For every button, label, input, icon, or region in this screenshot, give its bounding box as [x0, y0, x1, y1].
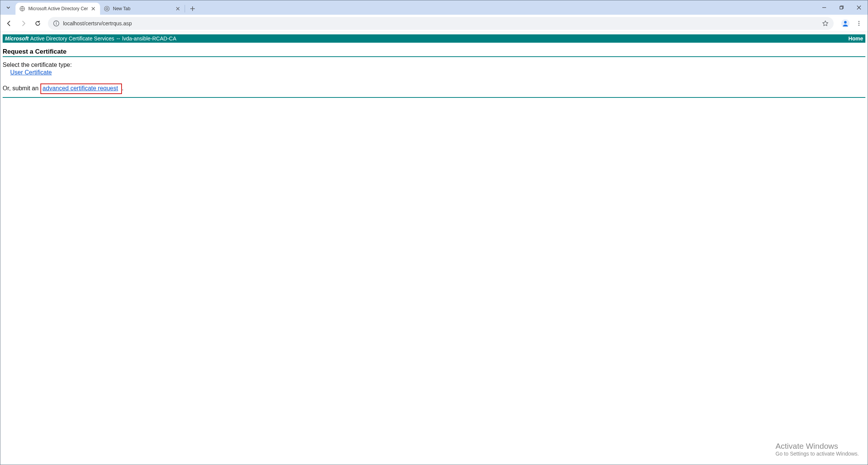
home-link[interactable]: Home: [848, 36, 863, 42]
windows-activation-watermark: Activate Windows Go to Settings to activ…: [775, 442, 859, 457]
nav-reload-button[interactable]: [31, 17, 44, 30]
highlight-box: advanced certificate request: [40, 83, 122, 94]
service-label: Active Directory Certificate Services: [30, 36, 114, 42]
page-heading: Request a Certificate: [3, 48, 865, 56]
advanced-request-link[interactable]: advanced certificate request: [43, 85, 118, 91]
tab-title: New Tab: [113, 6, 173, 11]
window-close-button[interactable]: [850, 0, 868, 15]
heading-rule: [3, 56, 865, 57]
svg-rect-6: [56, 23, 56, 25]
browser-tabstrip: Microsoft Active Directory Certi New Tab: [0, 0, 868, 15]
address-bar[interactable]: localhost/certsrv/certrqus.asp: [48, 17, 834, 30]
nav-back-button[interactable]: [3, 17, 15, 30]
nav-forward-button[interactable]: [17, 17, 30, 30]
or-submit-line: Or, submit an advanced certificate reque…: [3, 83, 865, 94]
profile-avatar-button[interactable]: [840, 18, 851, 29]
svg-point-5: [56, 22, 57, 22]
browser-toolbar: localhost/certsrv/certrqus.asp: [0, 15, 868, 32]
tab-inactive[interactable]: New Tab: [100, 3, 185, 15]
or-prefix-text: Or, submit an: [3, 85, 40, 91]
svg-point-1: [105, 6, 109, 11]
brand-label: Microsoft: [5, 36, 29, 42]
tab-close-button[interactable]: [175, 6, 181, 12]
tab-close-button[interactable]: [90, 6, 96, 12]
tab-title: Microsoft Active Directory Certi: [28, 6, 88, 11]
svg-point-11: [859, 25, 860, 26]
watermark-line1: Activate Windows: [775, 442, 859, 451]
site-info-icon[interactable]: [52, 19, 61, 28]
certsrv-topbar: Microsoft Active Directory Certificate S…: [3, 34, 865, 43]
globe-icon: [19, 6, 25, 12]
window-minimize-button[interactable]: [816, 0, 833, 15]
tabs-dropdown-button[interactable]: [3, 3, 13, 12]
svg-point-10: [859, 23, 860, 24]
select-type-label: Select the certificate type:: [3, 62, 865, 68]
new-tab-button[interactable]: [187, 3, 198, 14]
window-controls: [816, 0, 868, 15]
tab-separator: [185, 5, 185, 12]
ca-name-label: lvda-ansible-RCAD-CA: [122, 36, 176, 42]
tab-active[interactable]: Microsoft Active Directory Certi: [15, 3, 100, 15]
topbar-separator: --: [117, 36, 120, 42]
svg-point-9: [859, 21, 860, 22]
or-suffix-text: .: [122, 85, 123, 91]
url-text[interactable]: localhost/certsrv/certrqus.asp: [63, 20, 821, 26]
svg-rect-3: [840, 6, 843, 9]
window-maximize-button[interactable]: [833, 0, 850, 15]
chrome-icon: [104, 6, 110, 12]
bookmark-star-icon[interactable]: [821, 19, 830, 28]
watermark-line2: Go to Settings to activate Windows.: [775, 451, 859, 457]
bottom-rule: [3, 97, 865, 98]
user-certificate-link[interactable]: User Certificate: [10, 69, 52, 76]
svg-point-2: [106, 8, 108, 9]
svg-point-8: [844, 21, 847, 23]
page-content: Microsoft Active Directory Certificate S…: [0, 32, 868, 100]
browser-menu-button[interactable]: [853, 17, 865, 30]
